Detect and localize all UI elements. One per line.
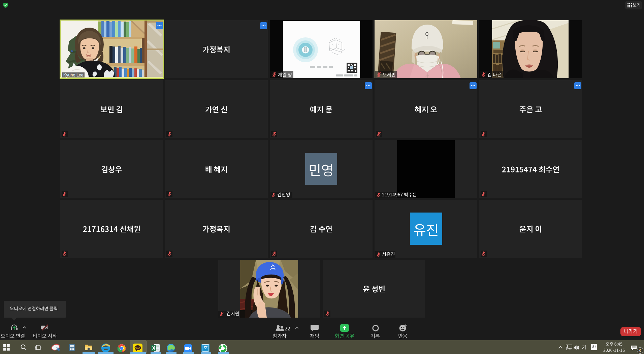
svg-text:TALK: TALK (135, 347, 140, 349)
